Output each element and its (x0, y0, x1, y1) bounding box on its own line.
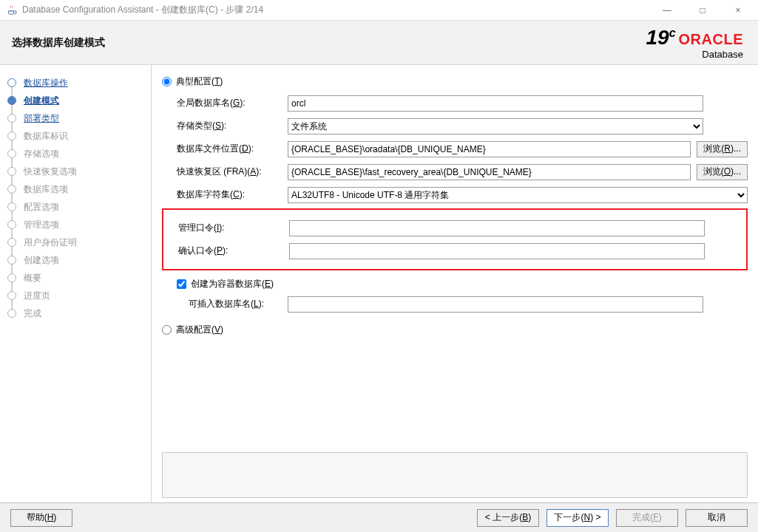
sidebar-step-label: 快速恢复选项 (24, 166, 77, 178)
step-dot-icon (7, 167, 16, 176)
sidebar-step-13: 完成 (7, 304, 151, 322)
row-storage-type: 存储类型(S): 文件系统 (177, 117, 748, 135)
sidebar-step-8: 管理选项 (7, 216, 151, 233)
label-db-file-location: 数据库文件位置(D): (177, 143, 288, 155)
brand-version: 19c (646, 27, 675, 50)
finish-button[interactable]: 完成(F) (616, 509, 678, 527)
select-charset[interactable]: AL32UTF8 - Unicode UTF-8 通用字符集 (288, 187, 748, 203)
brand-subtitle: Database (646, 50, 743, 60)
form-area: 典型配置(T) 全局数据库名(G): 存储类型(S): 文件系统 数据库文件位置… (162, 75, 748, 452)
step-dot-icon (7, 238, 16, 247)
titlebar: Database Configuration Assistant - 创建数据库… (0, 0, 758, 21)
sidebar-step-label: 配置选项 (24, 201, 59, 214)
sidebar-step-4: 存储选项 (7, 145, 151, 163)
radio-typical-config[interactable]: 典型配置(T) (162, 75, 748, 88)
step-dot-icon (7, 185, 16, 194)
row-fra: 快速恢复区 (FRA)(A): 浏览(O)... (177, 163, 748, 181)
password-highlight: 管理口令(I): 确认口令(P): (162, 208, 748, 270)
sidebar-step-2[interactable]: 部署类型 (7, 109, 151, 127)
sidebar-step-label: 进度页 (24, 290, 50, 302)
sidebar-step-9: 用户身份证明 (7, 233, 151, 251)
sidebar-step-label: 用户身份证明 (24, 236, 77, 249)
back-button[interactable]: < 上一步(B) (477, 509, 539, 527)
sidebar-step-10: 创建选项 (7, 251, 151, 269)
sidebar-step-label: 部署类型 (24, 112, 59, 125)
sidebar-step-label: 数据库操作 (24, 77, 68, 89)
checkbox-container-db[interactable] (177, 279, 186, 289)
label-admin-password: 管理口令(I): (178, 222, 289, 234)
sidebar-step-label: 数据库标识 (24, 130, 68, 143)
sidebar-step-0[interactable]: 数据库操作 (7, 74, 151, 92)
sidebar-step-label: 完成 (24, 307, 41, 320)
step-dot-icon (7, 220, 16, 229)
radio-typical-label: 典型配置(T) (176, 75, 223, 88)
step-dot-icon (7, 132, 16, 140)
radio-advanced-label: 高级配置(V) (176, 324, 223, 336)
help-button[interactable]: 帮助(H) (10, 509, 72, 527)
sidebar-step-3: 数据库标识 (7, 127, 151, 145)
main: 数据库操作创建模式部署类型数据库标识存储选项快速恢复选项数据库选项配置选项管理选… (0, 65, 758, 502)
brand-name: ORACLE (679, 31, 743, 47)
input-confirm-password[interactable] (289, 243, 705, 259)
step-dot-icon (7, 149, 16, 158)
footer: 帮助(H) < 上一步(B) 下一步(N) > 完成(F) 取消 (0, 502, 758, 532)
radio-advanced-config[interactable]: 高级配置(V) (162, 324, 748, 336)
close-button[interactable]: × (727, 5, 749, 16)
row-confirm-password: 确认口令(P): (178, 242, 742, 260)
page-title: 选择数据库创建模式 (12, 36, 105, 50)
label-global-db-name: 全局数据库名(G): (177, 97, 288, 109)
sidebar-step-7: 配置选项 (7, 198, 151, 216)
row-charset: 数据库字符集(C): AL32UTF8 - Unicode UTF-8 通用字符… (177, 185, 748, 204)
maximize-button[interactable]: □ (691, 5, 714, 16)
next-button[interactable]: 下一步(N) > (546, 509, 609, 527)
sidebar: 数据库操作创建模式部署类型数据库标识存储选项快速恢复选项数据库选项配置选项管理选… (0, 65, 152, 502)
brand-logo: 19c ORACLE Database (646, 27, 743, 60)
step-dot-icon (7, 78, 16, 87)
row-admin-password: 管理口令(I): (178, 219, 742, 237)
input-db-file-location[interactable] (288, 141, 691, 157)
cancel-button[interactable]: 取消 (686, 509, 748, 527)
window-controls: — □ × (656, 5, 749, 16)
sidebar-step-label: 数据库选项 (24, 183, 68, 196)
sidebar-step-11: 概要 (7, 269, 151, 287)
java-cup-icon (6, 4, 18, 16)
browse-fra-button[interactable]: 浏览(O)... (697, 164, 748, 180)
step-dot-icon (7, 96, 16, 105)
radio-advanced-input[interactable] (162, 325, 172, 335)
sidebar-step-1[interactable]: 创建模式 (7, 92, 151, 109)
input-pluggable-name[interactable] (288, 296, 703, 313)
sidebar-step-label: 概要 (24, 272, 41, 284)
row-global-db-name: 全局数据库名(G): (177, 94, 748, 112)
input-fra[interactable] (288, 164, 691, 180)
step-dot-icon (7, 256, 16, 265)
label-container-db: 创建为容器数据库(E) (191, 278, 274, 290)
radio-typical-input[interactable] (162, 77, 172, 86)
message-area (162, 452, 748, 498)
header: 选择数据库创建模式 19c ORACLE Database (0, 21, 758, 65)
sidebar-step-6: 数据库选项 (7, 180, 151, 198)
content: 典型配置(T) 全局数据库名(G): 存储类型(S): 文件系统 数据库文件位置… (152, 65, 758, 502)
step-dot-icon (7, 309, 16, 318)
step-dot-icon (7, 114, 16, 123)
label-confirm-password: 确认口令(P): (178, 245, 289, 257)
label-storage-type: 存储类型(S): (177, 120, 288, 132)
label-pluggable-name: 可插入数据库名(L): (189, 298, 288, 310)
sidebar-step-12: 进度页 (7, 287, 151, 304)
label-fra: 快速恢复区 (FRA)(A): (177, 166, 288, 178)
browse-db-file-button[interactable]: 浏览(R)... (697, 141, 748, 157)
step-dot-icon (7, 291, 16, 300)
window-title: Database Configuration Assistant - 创建数据库… (22, 4, 656, 16)
step-dot-icon (7, 202, 16, 211)
step-dot-icon (7, 273, 16, 282)
sidebar-step-label: 管理选项 (24, 219, 59, 231)
select-storage-type[interactable]: 文件系统 (288, 118, 703, 134)
input-admin-password[interactable] (289, 220, 705, 236)
sidebar-step-label: 创建选项 (24, 254, 59, 267)
sidebar-step-label: 存储选项 (24, 148, 59, 160)
sidebar-step-label: 创建模式 (24, 95, 59, 107)
row-pluggable-name: 可插入数据库名(L): (189, 295, 748, 313)
input-global-db-name[interactable] (288, 95, 703, 112)
sidebar-step-5: 快速恢复选项 (7, 163, 151, 180)
minimize-button[interactable]: — (656, 5, 678, 16)
row-container-db[interactable]: 创建为容器数据库(E) (177, 278, 748, 290)
